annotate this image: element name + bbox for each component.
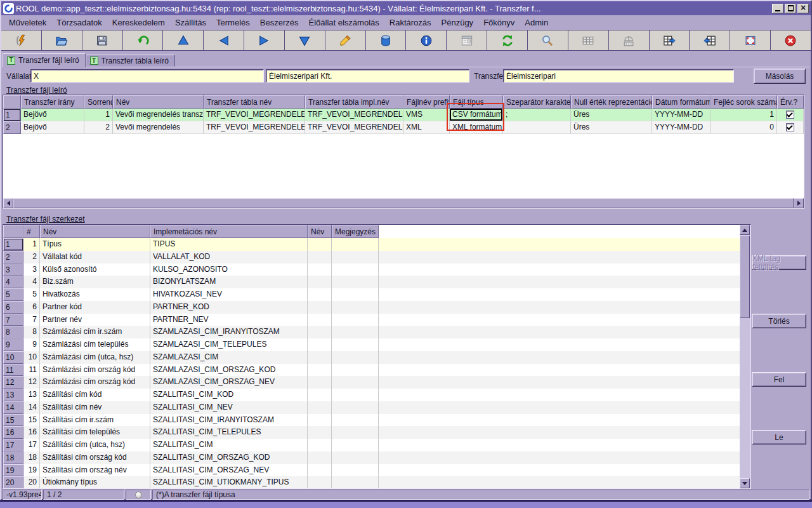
file-desc-hscrollbar[interactable] bbox=[3, 198, 804, 208]
row-selector[interactable]: 14 bbox=[3, 401, 23, 414]
cell-nev-3[interactable] bbox=[308, 426, 332, 439]
menu-item-kereskedelem[interactable]: Kereskedelem bbox=[107, 16, 170, 29]
cell-megjegyzes-4[interactable] bbox=[332, 414, 379, 427]
cell-megjegyzes-4[interactable] bbox=[332, 389, 379, 401]
cell-implemetacios-nev-2[interactable]: SZAMLAZASI_CIM bbox=[150, 351, 308, 364]
menu-item-muveletek[interactable]: Műveletek bbox=[4, 16, 51, 29]
cell--0[interactable]: 15 bbox=[23, 414, 40, 427]
row-selector[interactable]: 20 bbox=[3, 476, 23, 489]
checkbox-checked[interactable] bbox=[786, 123, 794, 131]
cell-sorrend[interactable]: 1 bbox=[84, 109, 113, 121]
nav-right-button[interactable] bbox=[244, 30, 284, 50]
column-header-nev[interactable]: Név bbox=[113, 95, 204, 109]
cell-fajlnev-prefix[interactable]: XML bbox=[403, 121, 450, 134]
cell-implemetacios-nev-2[interactable]: SZALLITASI_CIM_UTIOKMANY_TIPUS bbox=[150, 476, 308, 489]
cell-transzfer-irany[interactable]: Bejövő bbox=[21, 109, 84, 121]
cell-nev-3[interactable] bbox=[308, 401, 332, 414]
cell-nev[interactable]: Vevői megrendelés transzfer bbox=[113, 109, 204, 121]
save-button[interactable] bbox=[82, 30, 122, 50]
cell-implemetacios-nev-2[interactable]: SZALLITASI_CIM_ORSZAG_NEV bbox=[150, 464, 308, 477]
torles-button[interactable]: Törlés bbox=[752, 314, 806, 328]
cell-nev-3[interactable] bbox=[308, 451, 332, 464]
edit-button[interactable] bbox=[325, 30, 365, 50]
row-selector[interactable]: 12 bbox=[3, 376, 23, 389]
column-header-implemetacios-nev[interactable]: Implemetációs név bbox=[150, 225, 308, 238]
fel-button[interactable]: Fel bbox=[752, 372, 806, 387]
cell-nev-1[interactable]: Útiokmány típus bbox=[40, 476, 150, 489]
cell--0[interactable]: 4 bbox=[23, 276, 40, 288]
cell-nev-3[interactable] bbox=[308, 326, 332, 338]
cell-fejlec-sorok-szama[interactable]: 1 bbox=[710, 109, 777, 121]
cell-nev-3[interactable] bbox=[308, 338, 332, 351]
cell--0[interactable]: 18 bbox=[23, 451, 40, 464]
cell--0[interactable]: 16 bbox=[23, 426, 40, 439]
tab-transzfer-fajl-leiro[interactable]: TTranszfer fájl leíró bbox=[3, 53, 86, 67]
row-selector[interactable]: 13 bbox=[3, 389, 23, 401]
cell-megjegyzes-4[interactable] bbox=[332, 264, 379, 276]
column-header-rownum[interactable] bbox=[3, 225, 23, 238]
cell-nev-3[interactable] bbox=[308, 301, 332, 314]
cell-megjegyzes-4[interactable] bbox=[332, 238, 379, 251]
le-button[interactable]: Le bbox=[752, 430, 806, 444]
open-button[interactable] bbox=[42, 30, 82, 50]
cell-implemetacios-nev-2[interactable]: SZALLITASI_CIM_ORSZAG_KOD bbox=[150, 451, 308, 464]
close-button[interactable] bbox=[797, 4, 809, 13]
restore-button[interactable] bbox=[785, 4, 796, 13]
cell-sorrend[interactable]: 2 bbox=[84, 121, 113, 134]
refresh-button[interactable] bbox=[487, 30, 527, 50]
nav-down-button[interactable] bbox=[285, 30, 325, 50]
cell-implemetacios-nev-2[interactable]: HIVATKOZASI_NEV bbox=[150, 288, 308, 301]
nav-up-button[interactable] bbox=[163, 30, 203, 50]
cell--0[interactable]: 12 bbox=[23, 376, 40, 389]
row-selector[interactable]: 1 bbox=[3, 238, 23, 251]
cell-nev-3[interactable] bbox=[308, 364, 332, 377]
cell-nev-1[interactable]: Szállítási cím ir.szám bbox=[40, 414, 150, 427]
column-header-transzfer-irany[interactable]: Transzfer irány bbox=[21, 95, 84, 109]
row-selector[interactable]: 7 bbox=[3, 314, 23, 326]
row-selector[interactable]: 16 bbox=[3, 426, 23, 439]
cell--0[interactable]: 14 bbox=[23, 401, 40, 414]
cell--0[interactable]: 10 bbox=[23, 351, 40, 364]
cell-implemetacios-nev-2[interactable]: PARTNER_KOD bbox=[150, 301, 308, 314]
menu-item-admin[interactable]: Admin bbox=[520, 16, 553, 29]
cell-implemetacios-nev-2[interactable]: TIPUS bbox=[150, 238, 308, 251]
cell-szeparator-karakter[interactable] bbox=[503, 121, 571, 134]
info-button[interactable] bbox=[406, 30, 446, 50]
cell-nev-3[interactable] bbox=[308, 414, 332, 427]
cell-nev-1[interactable]: Számlázási cím (utca, hsz) bbox=[40, 351, 150, 364]
column-header-rownum[interactable] bbox=[3, 95, 21, 109]
row-selector[interactable]: 11 bbox=[3, 364, 23, 377]
cell-implemetacios-nev-2[interactable]: BIZONYLATSZAM bbox=[150, 276, 308, 288]
file-struct-vscrollbar[interactable] bbox=[740, 225, 750, 488]
cell-implemetacios-nev-2[interactable]: VALLALAT_KOD bbox=[150, 251, 308, 264]
cell-megjegyzes-4[interactable] bbox=[332, 338, 379, 351]
cell-implemetacios-nev-2[interactable]: SZAMLAZASI_CIM_ORSZAG_KOD bbox=[150, 364, 308, 377]
cell--0[interactable]: 9 bbox=[23, 338, 40, 351]
cell-transzfer-tabla-nev[interactable]: TRF_VEVOI_MEGRENDELES bbox=[204, 109, 305, 121]
cell-nev-1[interactable]: Vállalat kód bbox=[40, 251, 150, 264]
cell-transzfer-tabla-impl-nev[interactable]: TRF_VEVOI_MEGRENDELES bbox=[305, 121, 403, 134]
cell-datum-formatum[interactable]: YYYY-MM-DD bbox=[652, 109, 710, 121]
row-selector[interactable]: 2 bbox=[3, 121, 21, 134]
scroll-left-button[interactable] bbox=[3, 198, 13, 208]
nav-left-button[interactable] bbox=[204, 30, 244, 50]
cell-nev-3[interactable] bbox=[308, 351, 332, 364]
cell-megjegyzes-4[interactable] bbox=[332, 376, 379, 389]
column-header-fajl-tipus[interactable]: Fájl típus bbox=[450, 95, 503, 109]
cell-megjegyzes-4[interactable] bbox=[332, 364, 379, 377]
cell--0[interactable]: 11 bbox=[23, 364, 40, 377]
company-code-input[interactable] bbox=[30, 69, 264, 83]
scroll-down-button[interactable] bbox=[740, 478, 750, 488]
cell-erv[interactable] bbox=[777, 121, 804, 134]
cell-nev-1[interactable]: Partner kód bbox=[40, 301, 150, 314]
cell-nev-3[interactable] bbox=[308, 476, 332, 489]
cell-nev-1[interactable]: Szállítási cím kód bbox=[40, 389, 150, 401]
cell-nev-3[interactable] bbox=[308, 376, 332, 389]
cell--0[interactable]: 1 bbox=[23, 238, 40, 251]
cell-erv[interactable] bbox=[777, 109, 804, 121]
cell--0[interactable]: 13 bbox=[23, 389, 40, 401]
cell-implemetacios-nev-2[interactable]: SZALLITASI_CIM_KOD bbox=[150, 389, 308, 401]
cell-nev-1[interactable]: Számlázási cím ir.szám bbox=[40, 326, 150, 338]
cell-szeparator-karakter[interactable]: ; bbox=[503, 109, 571, 121]
cell-megjegyzes-4[interactable] bbox=[332, 326, 379, 338]
